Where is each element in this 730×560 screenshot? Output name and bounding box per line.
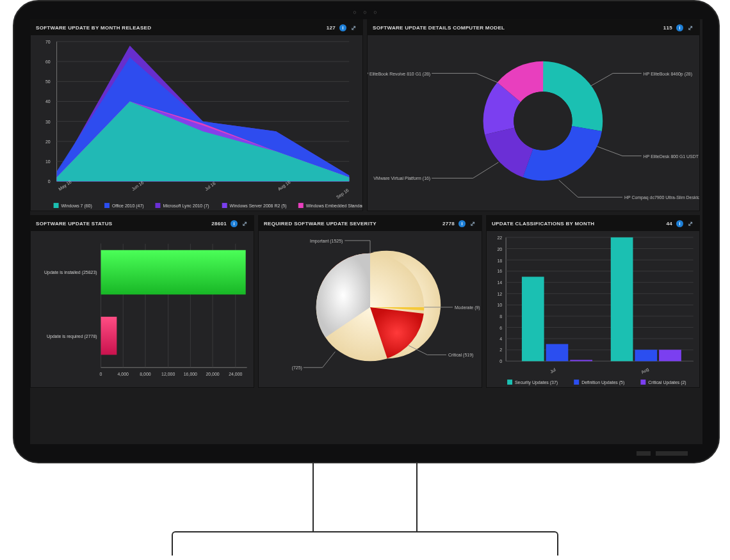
- maximize-icon[interactable]: ⤢: [350, 24, 357, 31]
- camera-dots: ○ ○ ○: [353, 9, 379, 15]
- svg-text:20: 20: [45, 140, 51, 144]
- svg-text:16,000: 16,000: [184, 372, 197, 376]
- svg-rect-28: [54, 203, 59, 208]
- svg-text:Critical (519): Critical (519): [448, 353, 473, 358]
- info-icon[interactable]: i: [676, 24, 683, 31]
- svg-rect-100: [522, 276, 544, 361]
- svg-text:(725): (725): [292, 365, 302, 371]
- panel-header: SOFTWARE UPDATE BY MONTH RELEASED 127 i …: [31, 20, 362, 35]
- panel-header: UPDATE CLASSIFICATIONS BY MONTH 44 i ⤢: [487, 216, 699, 231]
- svg-text:Security Updates (37): Security Updates (37): [515, 380, 558, 385]
- panel-area-chart: SOFTWARE UPDATE BY MONTH RELEASED 127 i …: [30, 19, 363, 211]
- svg-text:40: 40: [45, 99, 51, 104]
- panel-pie-chart: REQUIRED SOFTWARE UPDATE SEVERITY 2778 i…: [258, 215, 482, 388]
- panel-title: SOFTWARE UPDATE DETAILS COMPUTER MODEL: [373, 25, 505, 31]
- svg-text:60: 60: [45, 60, 51, 64]
- dashboard-screen: SOFTWARE UPDATE BY MONTH RELEASED 127 i …: [30, 19, 702, 444]
- info-icon[interactable]: i: [339, 24, 346, 31]
- svg-text:8,000: 8,000: [140, 372, 151, 376]
- svg-text:Moderate (9): Moderate (9): [455, 305, 480, 310]
- svg-text:Critical Updates (2): Critical Updates (2): [648, 380, 686, 385]
- panel-header: SOFTWARE UPDATE STATUS 28601 i ⤢: [31, 216, 254, 231]
- svg-text:Windows Server 2008 R2 (5): Windows Server 2008 R2 (5): [230, 204, 287, 209]
- svg-text:Jun 16: Jun 16: [131, 180, 144, 191]
- svg-text:HP Compaq dc7900 Ultra-Slim De: HP Compaq dc7900 Ultra-Slim Desktop (15): [624, 195, 699, 200]
- svg-rect-103: [611, 237, 633, 361]
- panel-header: SOFTWARE UPDATE DETAILS COMPUTER MODEL 1…: [368, 20, 699, 35]
- panel-count: 115: [663, 25, 672, 31]
- info-icon[interactable]: i: [231, 220, 238, 227]
- panel-count: 2778: [442, 221, 455, 227]
- panel-title: UPDATE CLASSIFICATIONS BY MONTH: [492, 221, 594, 227]
- svg-text:70: 70: [45, 40, 51, 44]
- svg-text:Office 2010 (47): Office 2010 (47): [112, 204, 144, 209]
- svg-rect-104: [635, 349, 657, 361]
- info-icon[interactable]: i: [676, 220, 683, 227]
- svg-text:24,000: 24,000: [229, 372, 242, 376]
- svg-text:Microsoft Lync 2010 (7): Microsoft Lync 2010 (7): [163, 204, 209, 209]
- svg-text:20: 20: [497, 247, 502, 252]
- svg-rect-110: [574, 380, 579, 385]
- svg-rect-36: [298, 203, 304, 208]
- panel-hbar-chart: SOFTWARE UPDATE STATUS 28601 i ⤢: [30, 215, 254, 388]
- panel-count: 44: [667, 221, 673, 227]
- svg-text:22: 22: [497, 236, 502, 240]
- svg-rect-34: [222, 203, 227, 208]
- svg-text:50: 50: [45, 79, 51, 84]
- maximize-icon[interactable]: ⤢: [241, 220, 248, 227]
- svg-text:Windows Embedded Standard 7 (5: Windows Embedded Standard 7 (5): [306, 204, 362, 209]
- svg-rect-102: [570, 360, 592, 361]
- panel-title: REQUIRED SOFTWARE UPDATE SEVERITY: [264, 221, 377, 227]
- monitor-frame: ○ ○ ○ SOFTWARE UPDATE BY MONTH RELEASED …: [13, 0, 720, 463]
- svg-text:0: 0: [499, 359, 502, 364]
- svg-text:VMware Virtual Platform (16): VMware Virtual Platform (16): [373, 176, 430, 181]
- svg-rect-32: [155, 203, 160, 208]
- panel-title: SOFTWARE UPDATE STATUS: [36, 221, 113, 227]
- panel-title: SOFTWARE UPDATE BY MONTH RELEASED: [36, 25, 151, 31]
- svg-text:Windows 7 (60): Windows 7 (60): [61, 204, 92, 209]
- svg-text:Aug: Aug: [640, 367, 650, 375]
- monitor-stand-neck: [312, 462, 418, 532]
- svg-text:16: 16: [497, 269, 502, 273]
- svg-text:4,000: 4,000: [118, 372, 129, 376]
- hardware-buttons: [637, 451, 688, 456]
- maximize-icon[interactable]: ⤢: [687, 24, 694, 31]
- panel-header: REQUIRED SOFTWARE UPDATE SEVERITY 2778 i…: [259, 216, 482, 231]
- panel-donut-chart: SOFTWARE UPDATE DETAILS COMPUTER MODEL 1…: [367, 19, 700, 211]
- svg-text:14: 14: [497, 280, 502, 285]
- svg-text:20,000: 20,000: [206, 372, 219, 376]
- svg-rect-108: [507, 380, 512, 385]
- panel-count: 28601: [211, 221, 227, 227]
- svg-text:Sep 16: Sep 16: [336, 188, 350, 200]
- svg-rect-30: [104, 203, 110, 208]
- svg-text:Definition Updates (5): Definition Updates (5): [581, 380, 624, 385]
- svg-text:Important (1525): Important (1525): [310, 239, 343, 244]
- svg-text:6: 6: [499, 326, 502, 330]
- svg-text:12: 12: [497, 292, 502, 296]
- panel-count: 127: [327, 25, 336, 31]
- svg-text:10: 10: [497, 303, 502, 307]
- svg-text:8: 8: [499, 314, 502, 319]
- svg-text:HP EliteBook 8460p (28): HP EliteBook 8460p (28): [644, 72, 692, 77]
- maximize-icon[interactable]: ⤢: [687, 220, 694, 227]
- svg-text:Jul 16: Jul 16: [204, 181, 216, 191]
- svg-text:18: 18: [497, 259, 502, 263]
- svg-text:HP EliteDesk 800 G1 USDT (14): HP EliteDesk 800 G1 USDT (14): [644, 154, 699, 159]
- svg-rect-101: [546, 344, 569, 362]
- info-icon[interactable]: i: [458, 220, 466, 227]
- svg-text:30: 30: [45, 120, 51, 124]
- maximize-icon[interactable]: ⤢: [469, 220, 476, 227]
- svg-text:12,000: 12,000: [161, 372, 175, 376]
- monitor-stand-base: [172, 531, 558, 556]
- svg-text:10: 10: [45, 159, 51, 164]
- svg-text:0: 0: [100, 372, 102, 376]
- svg-text:4: 4: [499, 337, 502, 341]
- svg-rect-112: [640, 380, 645, 385]
- svg-text:Update is required (2778): Update is required (2778): [47, 334, 97, 339]
- svg-text:HP EliteBook Revolve 810 G1 (2: HP EliteBook Revolve 810 G1 (28): [368, 72, 430, 77]
- svg-rect-60: [101, 317, 117, 355]
- svg-text:Jul: Jul: [549, 367, 557, 374]
- svg-rect-58: [101, 250, 246, 294]
- svg-rect-105: [659, 349, 681, 361]
- svg-text:0: 0: [48, 179, 51, 184]
